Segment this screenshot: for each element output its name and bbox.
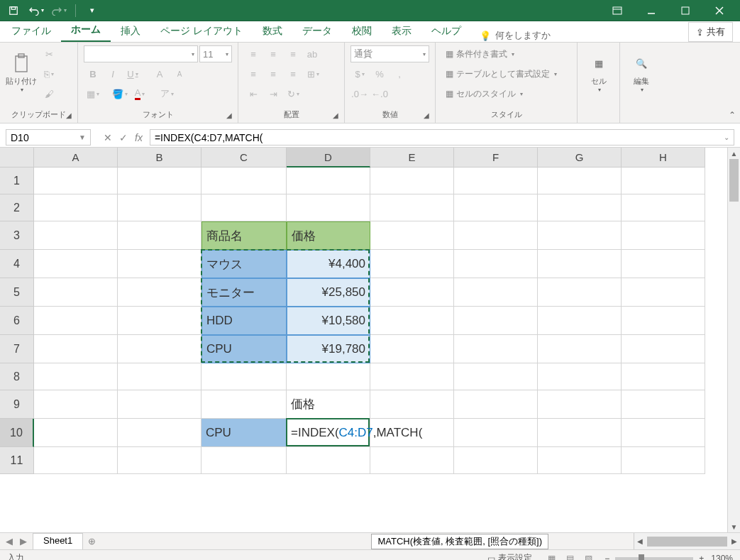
normal-view-button[interactable]: ▦ <box>542 551 560 561</box>
cell-B3[interactable] <box>118 221 201 250</box>
cell-C8[interactable] <box>201 363 287 390</box>
increase-indent-button[interactable]: ⇥ <box>264 85 282 102</box>
cell-H3[interactable] <box>622 221 705 250</box>
col-header-C[interactable]: C <box>201 148 287 168</box>
col-header-D[interactable]: D <box>287 148 370 168</box>
orientation-button[interactable]: ↻▾ <box>284 85 302 102</box>
cell-G2[interactable] <box>538 194 622 221</box>
vertical-scrollbar[interactable]: ▲ ▼ <box>727 148 740 532</box>
cell-B2[interactable] <box>118 194 201 221</box>
currency-button[interactable]: $▾ <box>350 65 369 82</box>
row-header-6[interactable]: 6 <box>0 307 34 335</box>
cell-F5[interactable] <box>454 278 538 307</box>
row-header-10[interactable]: 10 <box>0 419 34 447</box>
cell-F9[interactable] <box>454 390 538 419</box>
cells-button[interactable]: ▦ セル ▾ <box>583 45 614 101</box>
cell-F8[interactable] <box>454 363 538 390</box>
row-header-2[interactable]: 2 <box>0 194 34 221</box>
horizontal-scrollbar[interactable]: ◀ ▶ <box>634 533 740 549</box>
add-sheet-button[interactable]: ⊕ <box>83 533 100 549</box>
cell-G1[interactable] <box>538 168 622 194</box>
format-as-table-button[interactable]: ▦テーブルとして書式設定▾ <box>441 65 561 82</box>
cell-D7[interactable]: ¥19,780 <box>287 335 370 363</box>
zoom-out-button[interactable]: − <box>604 554 609 561</box>
align-launcher[interactable]: ◢ <box>331 111 340 120</box>
cell-D11[interactable] <box>287 447 370 474</box>
cell-H9[interactable] <box>622 390 705 419</box>
fill-color-button[interactable]: 🪣▾ <box>111 85 129 102</box>
cell-E4[interactable] <box>370 250 454 278</box>
cell-B10[interactable] <box>118 419 201 447</box>
cell-A10[interactable] <box>34 419 118 447</box>
cell-A8[interactable] <box>34 363 118 390</box>
cell-E6[interactable] <box>370 307 454 335</box>
align-bottom-button[interactable]: ≡ <box>284 45 302 62</box>
qat-customize[interactable]: ▾ <box>83 1 101 20</box>
spreadsheet-grid[interactable]: ABCDEFGH 1234567891011 商品名価格マウス¥4,400モニタ… <box>0 148 727 532</box>
minimize-button[interactable] <box>635 1 668 21</box>
row-header-9[interactable]: 9 <box>0 390 34 419</box>
cell-A5[interactable] <box>34 278 118 307</box>
ribbon-options-button[interactable] <box>601 1 634 21</box>
cell-G4[interactable] <box>538 250 622 278</box>
cell-H4[interactable] <box>622 250 705 278</box>
comma-button[interactable]: , <box>390 65 409 82</box>
cell-E11[interactable] <box>370 447 454 474</box>
cell-D2[interactable] <box>287 194 370 221</box>
phonetic-button[interactable]: ア▾ <box>158 85 176 102</box>
display-settings-icon[interactable]: ▭ <box>487 554 495 561</box>
col-header-H[interactable]: H <box>622 148 705 168</box>
page-break-view-button[interactable]: ▧ <box>579 551 597 561</box>
scroll-up-button[interactable]: ▲ <box>728 148 740 159</box>
align-left-button[interactable]: ≡ <box>244 65 263 82</box>
scroll-down-button[interactable]: ▼ <box>728 521 740 532</box>
cell-F3[interactable] <box>454 221 538 250</box>
cell-F1[interactable] <box>454 168 538 194</box>
format-painter-button[interactable]: 🖌 <box>40 85 58 102</box>
cell-E2[interactable] <box>370 194 454 221</box>
sheet-next-button[interactable]: ▶ <box>20 536 27 547</box>
cell-E3[interactable] <box>370 221 454 250</box>
cell-E8[interactable] <box>370 363 454 390</box>
tab-data[interactable]: データ <box>292 21 342 42</box>
cell-F2[interactable] <box>454 194 538 221</box>
cell-C2[interactable] <box>201 194 287 221</box>
cell-G3[interactable] <box>538 221 622 250</box>
tab-review[interactable]: 校閲 <box>342 21 382 42</box>
cell-D1[interactable] <box>287 168 370 194</box>
cell-B5[interactable] <box>118 278 201 307</box>
decrease-font-button[interactable]: A <box>170 65 189 82</box>
cell-H2[interactable] <box>622 194 705 221</box>
tab-formulas[interactable]: 数式 <box>253 21 292 42</box>
bold-button[interactable]: B <box>84 65 102 82</box>
row-header-7[interactable]: 7 <box>0 335 34 363</box>
editing-button[interactable]: 🔍 編集 ▾ <box>626 45 657 101</box>
align-middle-button[interactable]: ≡ <box>264 45 282 62</box>
cell-C9[interactable] <box>201 390 287 419</box>
zoom-in-button[interactable]: + <box>699 554 704 561</box>
row-header-5[interactable]: 5 <box>0 278 34 307</box>
maximize-button[interactable] <box>669 1 702 21</box>
number-launcher[interactable]: ◢ <box>422 111 431 120</box>
col-header-F[interactable]: F <box>454 148 538 168</box>
wrap-text-button[interactable]: ab <box>304 45 322 62</box>
cell-F10[interactable] <box>454 419 538 447</box>
cell-B4[interactable] <box>118 250 201 278</box>
scroll-left-button[interactable]: ◀ <box>634 537 646 545</box>
cell-D9[interactable]: 価格 <box>287 390 370 419</box>
zoom-slider[interactable] <box>615 557 693 560</box>
cell-B9[interactable] <box>118 390 201 419</box>
cell-C6[interactable]: HDD <box>201 307 287 335</box>
cell-D3[interactable]: 価格 <box>287 221 370 250</box>
number-format-combo[interactable]: 通貨▾ <box>350 45 429 62</box>
cell-G7[interactable] <box>538 335 622 363</box>
row-header-8[interactable]: 8 <box>0 363 34 390</box>
align-top-button[interactable]: ≡ <box>244 45 263 62</box>
cell-C5[interactable]: モニター <box>201 278 287 307</box>
formula-input[interactable]: =INDEX(C4:D7,MATCH( ⌄ <box>150 129 734 146</box>
clipboard-launcher[interactable]: ◢ <box>65 111 73 120</box>
font-color-button[interactable]: A▾ <box>131 85 149 102</box>
cell-C11[interactable] <box>201 447 287 474</box>
tab-pagelayout[interactable]: ページ レイアウト <box>150 21 253 42</box>
row-header-11[interactable]: 11 <box>0 447 34 474</box>
